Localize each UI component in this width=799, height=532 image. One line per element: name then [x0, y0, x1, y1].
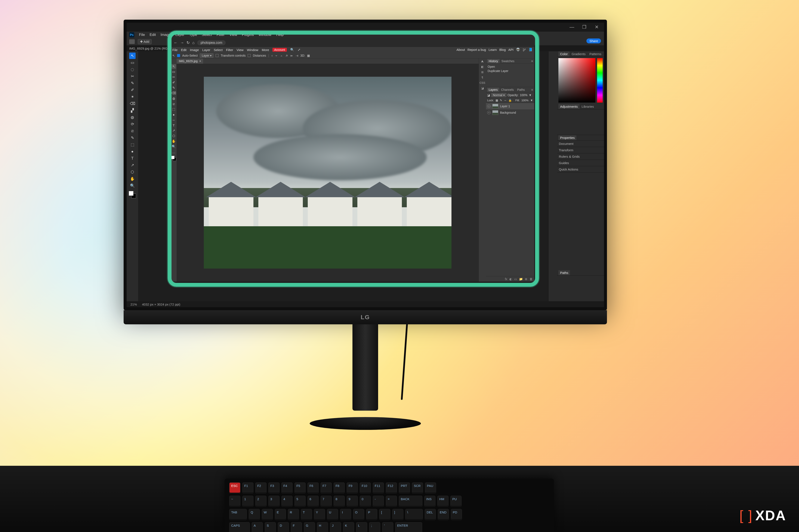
- history-item[interactable]: Open: [488, 64, 532, 69]
- blend-mode-select[interactable]: Normal ▾: [491, 93, 506, 97]
- opacity-value[interactable]: 100%: [520, 93, 527, 97]
- key[interactable]: I: [340, 509, 351, 520]
- pp-link-blog[interactable]: Blog: [500, 48, 506, 52]
- layer-name[interactable]: Layer 1: [500, 104, 510, 108]
- ps-tool-marquee[interactable]: ▭: [129, 59, 135, 66]
- forward-icon[interactable]: →: [180, 41, 184, 45]
- ps-tool-shape[interactable]: ⬡: [129, 169, 135, 175]
- props-rulers[interactable]: Rulers & Grids: [557, 153, 604, 160]
- key[interactable]: O: [353, 509, 364, 520]
- ps-tool-eyedropper[interactable]: ✐: [129, 87, 135, 93]
- pp-tool-hand[interactable]: ✋: [171, 139, 176, 144]
- pp-tool-nudge[interactable]: ↔: [171, 117, 176, 122]
- key[interactable]: F3: [268, 482, 279, 494]
- pp-menu-window[interactable]: Window: [247, 48, 258, 52]
- ps-tool-crop[interactable]: ✂: [129, 73, 135, 79]
- ps-tool-brush[interactable]: ⌫: [129, 100, 135, 107]
- align-icon[interactable]: ⫢: [290, 54, 293, 57]
- menu-file[interactable]: File: [139, 33, 145, 37]
- menu-edit[interactable]: Edit: [149, 33, 156, 37]
- align-icon[interactable]: ⫣: [295, 54, 298, 57]
- key[interactable]: L: [356, 522, 367, 532]
- key[interactable]: PU: [450, 496, 461, 507]
- key[interactable]: PRT: [399, 482, 410, 494]
- facebook-icon[interactable]: 📘: [528, 48, 532, 52]
- ps-tool-eraser[interactable]: ⟳: [129, 121, 135, 127]
- key[interactable]: 3: [268, 496, 279, 507]
- key[interactable]: TAB: [229, 509, 247, 520]
- pp-tool-shape[interactable]: ⬡: [171, 134, 176, 138]
- color-field[interactable]: [558, 58, 595, 102]
- share-button[interactable]: Share: [586, 38, 601, 43]
- pp-link-bug[interactable]: Report a bug: [468, 48, 486, 52]
- ps-tool-text[interactable]: T: [129, 155, 135, 162]
- pp-tab-swatches[interactable]: Swatches: [500, 59, 516, 63]
- close-button[interactable]: ✕: [594, 24, 600, 30]
- ps-tool-stamp[interactable]: ▞: [129, 107, 135, 114]
- home-icon[interactable]: [129, 39, 135, 44]
- layer-name[interactable]: Background: [500, 111, 516, 114]
- fill-value[interactable]: 100%: [521, 99, 528, 102]
- menu-view[interactable]: View: [229, 33, 237, 37]
- key[interactable]: =: [386, 496, 397, 507]
- ps-tool-frame[interactable]: ✎: [129, 80, 135, 86]
- key[interactable]: F: [291, 522, 302, 532]
- folder-icon[interactable]: 📁: [519, 277, 523, 281]
- add-button[interactable]: ✚ Add: [138, 39, 152, 44]
- key[interactable]: W: [262, 509, 273, 520]
- key[interactable]: F10: [360, 482, 371, 494]
- menu-plugins[interactable]: Plugins: [242, 33, 254, 37]
- pp-canvas[interactable]: [177, 64, 479, 282]
- key[interactable]: ~: [229, 496, 240, 507]
- color-picker[interactable]: [557, 57, 604, 104]
- align-icon[interactable]: ⫡: [285, 54, 288, 57]
- pp-link-learn[interactable]: Learn: [489, 48, 496, 52]
- pp-autoselect-checkbox[interactable]: [177, 54, 180, 57]
- key[interactable]: F9: [347, 482, 358, 494]
- key[interactable]: 5: [294, 496, 306, 507]
- tab-gradients[interactable]: Gradients: [570, 52, 587, 56]
- key[interactable]: T: [301, 509, 312, 520]
- key[interactable]: PD: [451, 509, 462, 520]
- panel-menu-icon[interactable]: ≡: [530, 88, 534, 92]
- twitter-icon[interactable]: 🕊: [523, 48, 526, 52]
- minimize-button[interactable]: —: [569, 24, 575, 30]
- ps-tool-lasso[interactable]: ◌: [129, 66, 135, 73]
- key[interactable]: D: [278, 522, 289, 532]
- key[interactable]: F2: [255, 482, 267, 494]
- key[interactable]: CAPS: [229, 522, 250, 532]
- tab-adjustments[interactable]: Adjustments: [558, 104, 580, 109]
- key[interactable]: 9: [347, 496, 358, 507]
- key[interactable]: K: [343, 522, 354, 532]
- opacity-flag-icon[interactable]: ▼: [529, 93, 532, 97]
- pp-account-button[interactable]: Account: [272, 48, 287, 52]
- rail-icon[interactable]: ◧: [481, 65, 484, 69]
- pp-menu-view[interactable]: View: [237, 48, 243, 52]
- pp-tab-channels[interactable]: Channels: [500, 88, 515, 92]
- align-icon[interactable]: ⫞: [271, 54, 273, 57]
- pp-tool-gradient[interactable]: ⎚: [171, 101, 176, 106]
- ps-canvas-area[interactable]: ← → ↻ ⌂ photopea.com File Edit Image Lay…: [138, 51, 548, 301]
- ps-tool-zoom[interactable]: 🔍: [129, 183, 135, 189]
- zoom-value[interactable]: 21%: [130, 303, 137, 306]
- key[interactable]: 1: [242, 496, 253, 507]
- key[interactable]: ENTER: [395, 522, 422, 532]
- pp-tab-layers[interactable]: Layers: [487, 88, 499, 92]
- pp-fullscreen-icon[interactable]: ⤢: [298, 48, 301, 52]
- pp-distances-checkbox[interactable]: [248, 54, 251, 57]
- menu-select[interactable]: Select: [202, 33, 212, 37]
- history-item[interactable]: Duplicate Layer: [488, 69, 532, 73]
- tab-paths[interactable]: Paths: [558, 270, 570, 275]
- filter-kind-icon[interactable]: ◪: [487, 93, 490, 97]
- pp-layer-row[interactable]: Background: [486, 109, 534, 116]
- ps-tool-hand[interactable]: ✋: [129, 176, 135, 182]
- key[interactable]: F6: [308, 482, 319, 494]
- maximize-button[interactable]: ❐: [581, 24, 587, 30]
- menu-layer[interactable]: Layer: [175, 33, 185, 37]
- address-bar[interactable]: photopea.com: [197, 40, 225, 45]
- props-transform[interactable]: Transform: [557, 147, 604, 153]
- menu-image[interactable]: Image: [161, 33, 171, 37]
- pp-search-icon[interactable]: 🔍: [290, 48, 294, 52]
- key[interactable]: ]: [392, 509, 403, 520]
- props-quick[interactable]: Quick Actions: [557, 166, 604, 173]
